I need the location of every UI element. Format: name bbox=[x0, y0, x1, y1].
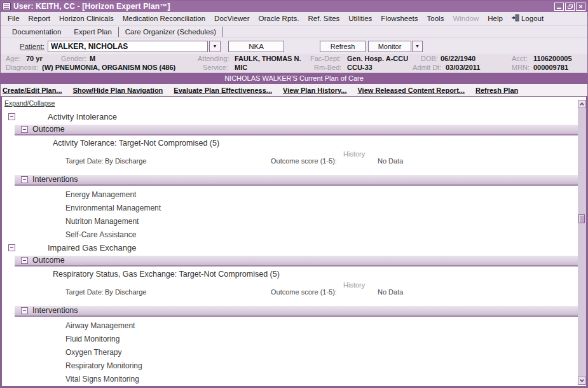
attending-value: FAULK, THOMAS N. bbox=[235, 55, 301, 62]
problem-title[interactable]: Impaired Gas Exchange bbox=[48, 243, 136, 253]
history-column-label: History bbox=[343, 150, 365, 158]
fac-dept-label: Fac-Dept: bbox=[310, 55, 341, 62]
history-column-label: History bbox=[343, 281, 365, 289]
monitor-button[interactable]: Monitor bbox=[368, 41, 411, 52]
outcome-section-bar: Outcome bbox=[15, 125, 578, 135]
minimize-icon bbox=[557, 8, 561, 9]
menu-medication-reconciliation[interactable]: Medication Reconciliation bbox=[118, 15, 210, 22]
scroll-up-button[interactable] bbox=[578, 100, 586, 108]
gender-label: Gender: bbox=[61, 55, 86, 62]
collapse-toggle-icon[interactable] bbox=[21, 126, 28, 133]
menu-utilities[interactable]: Utilities bbox=[344, 15, 376, 22]
view-released-content-report-link[interactable]: View Released Content Report... bbox=[357, 87, 465, 94]
collapse-toggle-icon[interactable] bbox=[21, 257, 28, 264]
plan-action-links: Create/Edit Plan... Show/Hide Plan Navig… bbox=[1, 84, 587, 96]
outcome-section-bar: Outcome bbox=[15, 256, 578, 267]
tab-documentation[interactable]: Documentation bbox=[6, 27, 67, 37]
tab-care-organizer[interactable]: Care Organizer (Schedules) bbox=[119, 27, 223, 37]
create-edit-plan-link[interactable]: Create/Edit Plan... bbox=[3, 87, 62, 94]
intervention-item[interactable]: Nutriton Management bbox=[65, 215, 578, 228]
allergy-button[interactable]: NKA bbox=[228, 41, 284, 52]
scrollbar-thumb[interactable] bbox=[578, 214, 585, 223]
patient-demographics: Age: 70 yr Gender: M Attending: FAULK, T… bbox=[1, 54, 587, 73]
score-value: No Data bbox=[378, 157, 403, 165]
outcome-score-row: Target Date: By Discharge Outcome score … bbox=[2, 281, 578, 298]
close-icon: × bbox=[577, 3, 585, 11]
age-value: 70 yr bbox=[26, 55, 43, 62]
refresh-button[interactable]: Refresh bbox=[320, 41, 366, 52]
intervention-item[interactable]: Fluid Monitoring bbox=[65, 333, 578, 346]
rm-bed-label: Rm-Bed: bbox=[314, 64, 341, 71]
tab-expert-plan[interactable]: Expert Plan bbox=[67, 27, 118, 37]
intervention-item[interactable]: Vital Signs Monitoring bbox=[65, 373, 578, 386]
intervention-item[interactable]: Self-Care Assistance bbox=[65, 228, 578, 242]
menu-docviewer[interactable]: DocViewer bbox=[210, 15, 254, 22]
refresh-plan-link[interactable]: Refresh Plan bbox=[475, 87, 518, 94]
menu-file[interactable]: File bbox=[3, 15, 24, 22]
collapse-toggle-icon[interactable] bbox=[21, 307, 28, 314]
target-date-label: Target Date: bbox=[65, 288, 104, 296]
close-button[interactable]: × bbox=[576, 3, 585, 11]
dob-label: DOB: bbox=[421, 55, 438, 62]
restore-button[interactable] bbox=[565, 3, 575, 11]
outcome-name[interactable]: Respiratory Status, Gas Exchange: Target… bbox=[53, 270, 578, 280]
chevron-down-icon: ▼ bbox=[213, 44, 217, 48]
diagnosis-value: (W) PNEUMONIA, ORGANISM NOS (486) bbox=[42, 64, 175, 71]
menu-oracle-rpts[interactable]: Oracle Rpts. bbox=[254, 15, 304, 22]
intervention-item[interactable]: Environmental Management bbox=[65, 202, 578, 215]
chevron-up-icon bbox=[580, 102, 584, 107]
attending-label: Attending: bbox=[198, 55, 229, 62]
target-date-value: By Discharge bbox=[105, 288, 146, 296]
fac-dept-value: Gen. Hosp. A-CCU bbox=[347, 55, 408, 62]
title-bar: User: KEITH, CC - [Horizon Expert Plan™]… bbox=[1, 1, 587, 12]
patient-name-input[interactable] bbox=[48, 41, 208, 52]
service-label: Service: bbox=[203, 64, 228, 71]
target-date-label: Target Date: bbox=[65, 157, 104, 165]
view-plan-history-link[interactable]: View Plan History... bbox=[283, 87, 346, 94]
plan-of-care-banner: NICHOLAS WALKER'S Current Plan of Care bbox=[1, 73, 587, 84]
menu-horizon-clinicals[interactable]: Horizon Clinicals bbox=[55, 15, 118, 22]
collapse-toggle-icon[interactable] bbox=[8, 244, 15, 251]
show-hide-plan-navigation-link[interactable]: Show/Hide Plan Navigation bbox=[73, 87, 163, 94]
menu-help[interactable]: Help bbox=[483, 15, 507, 22]
intervention-item[interactable]: Airway Management bbox=[65, 319, 578, 333]
minimize-button[interactable] bbox=[554, 3, 564, 11]
age-label: Age: bbox=[6, 55, 20, 62]
intervention-item[interactable]: Energy Management bbox=[65, 188, 578, 202]
outcome-name[interactable]: Activity Tolerance: Target-Not Compromis… bbox=[53, 139, 578, 149]
patient-dropdown-button[interactable]: ▼ bbox=[209, 41, 221, 52]
menu-bar: File Report Horizon Clinicals Medication… bbox=[1, 12, 587, 25]
window-controls: × bbox=[554, 3, 585, 11]
menu-logout[interactable]: Logout bbox=[507, 14, 548, 23]
app-icon bbox=[3, 3, 11, 10]
gender-value: M bbox=[90, 55, 95, 62]
monitor-dropdown-button[interactable]: ▼ bbox=[412, 41, 423, 52]
intervention-item[interactable]: Oxygen Therapy bbox=[65, 346, 578, 359]
patient-label[interactable]: Patient: bbox=[20, 43, 44, 50]
chevron-down-icon: ▼ bbox=[415, 44, 420, 48]
menu-report[interactable]: Report bbox=[24, 15, 55, 22]
mrn-label: MRN: bbox=[512, 64, 530, 71]
intervention-item[interactable]: Respiratory Monitoring bbox=[65, 359, 578, 373]
chevron-down-icon bbox=[580, 378, 584, 382]
expand-collapse-link[interactable]: Expand/Collapse bbox=[4, 99, 55, 109]
collapse-toggle-icon[interactable] bbox=[21, 176, 28, 183]
menu-flowsheets[interactable]: Flowsheets bbox=[376, 15, 422, 22]
scroll-down-button[interactable] bbox=[578, 377, 586, 385]
window-title: User: KEITH, CC - [Horizon Expert Plan™] bbox=[13, 2, 170, 11]
logout-label: Logout bbox=[521, 15, 544, 22]
vertical-scrollbar[interactable] bbox=[578, 100, 586, 385]
menu-ref-sites[interactable]: Ref. Sites bbox=[303, 15, 344, 22]
outcome-score-label: Outcome score (1-5): bbox=[271, 288, 337, 296]
outcome-score-row: Target Date: By Discharge Outcome score … bbox=[2, 150, 578, 167]
problem-title[interactable]: Activity Intolerance bbox=[48, 112, 117, 121]
rm-bed-value: CCU-33 bbox=[347, 64, 373, 71]
menu-tools[interactable]: Tools bbox=[423, 15, 449, 22]
outcome-section-label: Outcome bbox=[32, 125, 65, 134]
tab-bar: Documentation Expert Plan Care Organizer… bbox=[1, 25, 587, 38]
acct-label: Acct: bbox=[512, 55, 527, 62]
evaluate-plan-effectiveness-link[interactable]: Evaluate Plan Effectiveness... bbox=[174, 87, 272, 94]
collapse-toggle-icon[interactable] bbox=[8, 113, 15, 120]
service-value: MIC bbox=[235, 64, 247, 71]
score-value: No Data bbox=[378, 288, 403, 296]
